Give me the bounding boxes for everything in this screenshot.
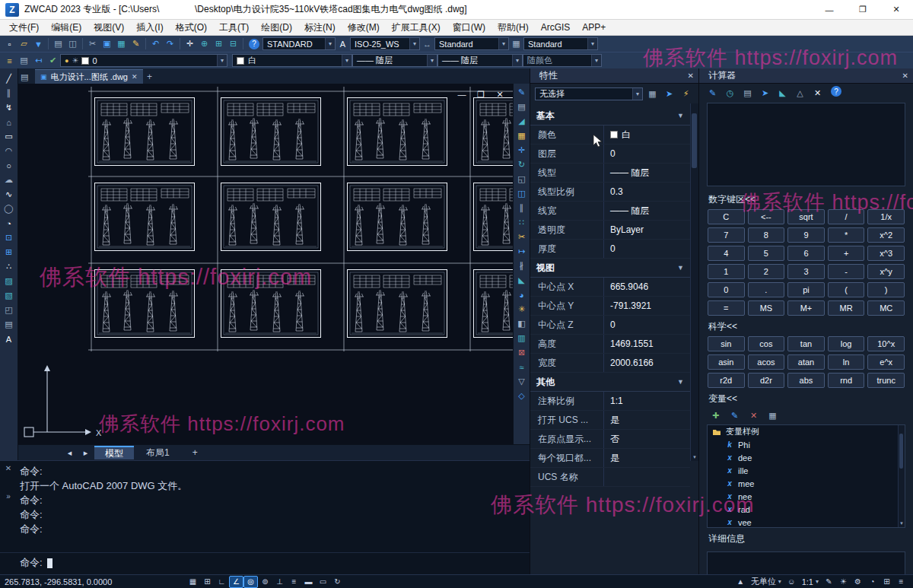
calc-key[interactable]: pi — [787, 282, 825, 297]
align-button[interactable]: ▽ — [514, 374, 530, 389]
calc-key[interactable]: * — [828, 227, 865, 243]
scientific-section-label[interactable]: 科学<< — [699, 316, 913, 336]
zoom-window-icon[interactable]: ⊞ — [212, 37, 226, 51]
cut-icon[interactable]: ✂ — [85, 37, 100, 51]
draw-point-button[interactable]: ∴ — [2, 259, 17, 274]
menu-edit[interactable]: 编辑(E) — [45, 20, 87, 36]
tree-item[interactable]: xrad — [708, 503, 905, 516]
calc-key[interactable]: = — [708, 300, 745, 316]
draw-polygon-button[interactable]: ⌂ — [2, 115, 17, 129]
dim-style-manager-icon[interactable]: ↔ — [420, 37, 434, 51]
prop-row-linetype[interactable]: 线型—— 随层 — [530, 164, 690, 183]
region-button[interactable]: ◰ — [2, 303, 17, 317]
selection-cycling-toggle[interactable]: ↻ — [330, 576, 345, 588]
dim-style-dropdown[interactable]: ISO-25_WS ▾ — [350, 37, 420, 50]
prop-row-ltscale[interactable]: 线型比例0.3 — [530, 183, 690, 202]
smooth-button[interactable]: ≈ — [514, 360, 530, 374]
child-minimize-icon[interactable]: — — [456, 90, 468, 100]
dyn-input-toggle[interactable]: ≡ — [287, 576, 301, 588]
measure-angle-icon[interactable]: △ — [793, 86, 807, 100]
rotate-button[interactable]: ↻ — [514, 157, 530, 172]
close-icon[interactable]: ✕ — [688, 72, 694, 80]
calc-key[interactable]: 5 — [748, 246, 785, 261]
value[interactable]: ByLayer — [603, 221, 690, 239]
collapse-icon[interactable]: ▼ — [677, 112, 684, 119]
value[interactable]: —— 随层 — [603, 202, 690, 220]
snap-toggle[interactable]: ⊞ — [200, 576, 215, 588]
tree-item[interactable]: xmee — [708, 477, 905, 490]
extend-button[interactable]: ↦ — [514, 244, 530, 259]
isolate-icon[interactable]: ☀ — [836, 576, 851, 588]
menu-express[interactable]: 扩展工具(X) — [386, 20, 447, 36]
annotation-icon[interactable]: ▲ — [733, 576, 748, 588]
user-icon[interactable]: ☺ — [784, 576, 799, 588]
paste-icon[interactable]: ▦ — [114, 37, 129, 51]
edit-box-icon[interactable]: ✎ — [705, 86, 720, 100]
value[interactable]: 2000.6166 — [603, 354, 690, 372]
clear-icon[interactable]: ✕ — [810, 86, 825, 100]
point-style-button[interactable]: ◇ — [514, 389, 530, 403]
edit-variable-icon[interactable]: ✎ — [727, 408, 742, 422]
calc-key[interactable]: abs — [787, 373, 825, 388]
collapse-icon[interactable]: ▼ — [677, 378, 684, 386]
calc-key[interactable]: 9 — [787, 227, 825, 243]
polar-toggle[interactable]: ∠ — [229, 576, 243, 588]
layer-properties-icon[interactable]: ≡ — [2, 54, 17, 68]
app-logo-icon[interactable]: Z — [5, 3, 19, 17]
minimize-button[interactable]: — — [813, 0, 846, 20]
close-icon[interactable]: ✕ — [902, 72, 908, 80]
help-icon[interactable]: ? — [249, 39, 259, 49]
calc-key[interactable]: x^3 — [867, 246, 905, 261]
match-icon[interactable]: ✎ — [822, 576, 836, 588]
menu-modify[interactable]: 修改(M) — [342, 20, 386, 36]
calc-key[interactable]: atan — [787, 354, 825, 370]
pan-icon[interactable]: ✛ — [183, 37, 197, 51]
prop-row-thickness[interactable]: 厚度0 — [530, 240, 690, 259]
tree-root[interactable]: 变量样例 — [708, 425, 905, 438]
prop-row-center-z[interactable]: 中心点 Z0 — [530, 316, 690, 335]
tab-model[interactable]: 模型 — [94, 446, 134, 459]
calc-key[interactable]: sqrt — [787, 209, 825, 224]
gradient-button[interactable]: ▧ — [2, 288, 17, 303]
erase-button[interactable]: ⊠ — [514, 345, 530, 360]
move-button[interactable]: ✛ — [514, 143, 530, 157]
undo-icon[interactable]: ↶ — [148, 37, 163, 51]
maximize-button[interactable]: ❐ — [846, 0, 880, 20]
value[interactable]: 0.3 — [603, 183, 690, 201]
prop-row-ucs-on[interactable]: 打开 UCS ...是 — [530, 411, 690, 430]
calc-key[interactable]: trunc — [867, 373, 905, 388]
calc-key[interactable]: 7 — [708, 227, 745, 243]
calc-key[interactable]: 0 — [708, 282, 745, 297]
copy-icon[interactable]: ▣ — [100, 37, 114, 51]
viewport-button[interactable]: ◧ — [514, 316, 530, 331]
delete-variable-icon[interactable]: ✕ — [746, 408, 761, 422]
numpad-section-label[interactable]: 数字键区<< — [699, 189, 913, 209]
calculator-header[interactable]: 计算器 ✕ — [699, 68, 913, 84]
value[interactable]: 0 — [603, 145, 690, 163]
calc-key[interactable]: 4 — [708, 246, 745, 261]
tree-item[interactable]: xvee — [708, 516, 905, 528]
tree-item[interactable]: xnee — [708, 490, 905, 503]
layer-states-icon[interactable]: ▤ — [17, 54, 31, 68]
settings-gear-icon[interactable]: ⚙ — [851, 576, 865, 588]
toggle-pickadd-icon[interactable]: ⚡ — [679, 87, 693, 100]
tab-close-icon[interactable]: ✕ — [132, 73, 138, 81]
variables-tree[interactable]: 变量样例 kPhi xdee xille xmee xnee xrad xvee… — [707, 424, 905, 528]
menu-window[interactable]: 窗口(W) — [447, 20, 491, 36]
mleader-style-dropdown[interactable]: Standard ▾ — [523, 37, 598, 50]
open-icon[interactable]: ▱ — [17, 37, 31, 51]
add-layout-button[interactable]: + — [182, 446, 208, 459]
calc-key[interactable]: cos — [748, 336, 785, 351]
value[interactable]: 1469.1551 — [603, 335, 690, 353]
prop-row-lineweight[interactable]: 线宽—— 随层 — [530, 202, 690, 221]
tab-nav-right-icon[interactable]: ▸ — [78, 446, 93, 459]
menu-draw[interactable]: 绘图(D) — [255, 20, 298, 36]
new-icon[interactable]: ▫ — [2, 37, 17, 51]
zoom-realtime-icon[interactable]: ⊕ — [197, 37, 212, 51]
tab-layout1[interactable]: 布局1 — [135, 446, 180, 459]
scroll-up-icon[interactable] — [691, 103, 698, 112]
menu-view[interactable]: 视图(V) — [87, 20, 130, 36]
status-menu-icon[interactable]: ≡ — [894, 576, 908, 588]
section-view[interactable]: 视图▼ — [530, 259, 690, 278]
calc-key[interactable]: 1 — [708, 264, 745, 279]
